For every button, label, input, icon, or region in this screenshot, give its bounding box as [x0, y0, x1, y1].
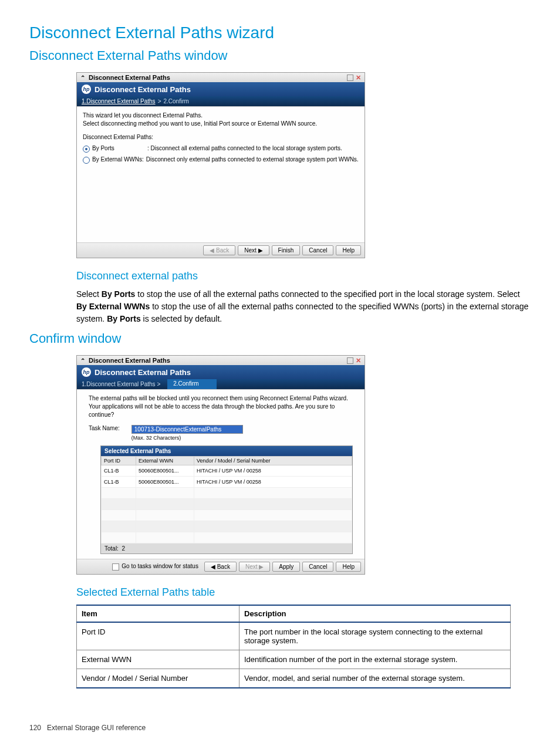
collapse-icon[interactable]: ⌃ [80, 75, 85, 81]
table-row-empty [102, 488, 352, 499]
maximize-icon[interactable] [347, 75, 353, 81]
next-button-2[interactable]: Next ▶ [239, 562, 270, 572]
doc-table-header-desc: Description [239, 605, 511, 622]
breadcrumb-step2[interactable]: 2.Confirm [163, 98, 188, 104]
radio-by-ports-desc: : Disconnect all external paths connecte… [147, 145, 342, 151]
selected-paths-table-wrap: Selected External Paths Port ID External… [100, 445, 353, 554]
wizard-header-text: Disconnect External Paths [95, 85, 191, 94]
col-external-wwn[interactable]: External WWN [136, 457, 194, 465]
wizard-header-2: hp Disconnect External Paths [77, 365, 365, 379]
col-port-id[interactable]: Port ID [102, 457, 136, 465]
close-icon-2[interactable]: ✕ [356, 357, 361, 364]
close-icon[interactable]: ✕ [356, 74, 361, 82]
finish-button[interactable]: Finish [272, 245, 301, 255]
task-name-input[interactable]: 100713-DisconnectExternalPaths [131, 425, 243, 434]
radio-by-wwns[interactable] [83, 157, 90, 164]
breadcrumb2-step1[interactable]: 1.Disconnect External Paths > [77, 379, 165, 389]
disconnect-paths-paragraph: Select By Ports to stop the use of all t… [76, 288, 531, 325]
radio-by-wwns-label: By External WWNs: [92, 156, 144, 163]
selected-paths-table-heading: Selected External Paths table [76, 586, 531, 599]
radio-by-ports-label: By Ports [92, 145, 145, 151]
selected-paths-table: Port ID External WWN Vendor / Model / Se… [101, 456, 352, 544]
doc-table-row: External WWN Identification number of th… [77, 650, 511, 669]
help-button-2[interactable]: Help [336, 562, 361, 572]
wizard-titlebar-2: ⌃ Disconnect External Paths ✕ [77, 356, 365, 365]
status-checkbox-row[interactable]: Go to tasks window for status [112, 563, 198, 570]
radio-by-ports-row[interactable]: By Ports : Disconnect all external paths… [83, 145, 359, 153]
cancel-button[interactable]: Cancel [302, 245, 333, 255]
page-title: Disconnect External Paths wizard [29, 23, 531, 42]
page-footer-text: External Storage GUI reference [47, 724, 146, 732]
hp-logo-icon: hp [82, 85, 91, 94]
doc-table-row: Port ID The port number in the local sto… [77, 622, 511, 650]
apply-button[interactable]: Apply [272, 562, 300, 572]
table-row[interactable]: CL1-B 50060E800501... HITACHI / USP VM /… [102, 477, 352, 488]
task-name-label: Task Name: [89, 425, 120, 431]
screenshot-disconnect-window: ⌃ Disconnect External Paths ✕ hp Disconn… [76, 72, 365, 258]
radio-by-wwns-row[interactable]: By External WWNs: Disconnect only extern… [83, 156, 359, 164]
wizard-titlebar-text-2: Disconnect External Paths [89, 357, 170, 364]
radio-by-wwns-desc: Disconnect only external paths connected… [146, 156, 359, 163]
breadcrumb-step1[interactable]: 1.Disconnect External Paths [82, 98, 156, 104]
status-checkbox-label: Go to tasks window for status [122, 563, 198, 569]
page-number: 120 [29, 724, 41, 732]
collapse-icon-2[interactable]: ⌃ [80, 357, 85, 364]
back-button-2[interactable]: ◀ Back [204, 562, 237, 572]
doc-table-row: Vendor / Model / Serial Number Vendor, m… [77, 669, 511, 688]
wizard-breadcrumb: 1.Disconnect External Paths > 2.Confirm [77, 96, 365, 106]
maximize-icon-2[interactable] [347, 357, 353, 364]
page-footer: 120 External Storage GUI reference [29, 724, 531, 732]
table-total-footer: Total: 2 [101, 544, 352, 553]
breadcrumb2-step2[interactable]: 2.Confirm [167, 379, 216, 389]
screenshot-confirm-window: ⌃ Disconnect External Paths ✕ hp Disconn… [76, 355, 365, 575]
next-button[interactable]: Next ▶ [238, 245, 269, 255]
cancel-button-2[interactable]: Cancel [302, 562, 333, 572]
table-row-empty [102, 499, 352, 510]
selected-paths-table-title: Selected External Paths [101, 446, 352, 456]
radio-by-ports[interactable] [83, 146, 90, 153]
wizard-breadcrumb-2: 1.Disconnect External Paths > 2.Confirm [77, 379, 365, 389]
table-row-empty [102, 532, 352, 544]
selected-paths-doc-table: Item Description Port ID The port number… [76, 605, 511, 688]
help-button[interactable]: Help [336, 245, 361, 255]
breadcrumb-separator: > [158, 98, 161, 104]
wizard-header: hp Disconnect External Paths [77, 82, 365, 96]
wizard-footer: ◀ Back Next ▶ Finish Cancel Help [77, 243, 365, 258]
back-button[interactable]: ◀ Back [203, 245, 235, 255]
section-title-confirm: Confirm window [29, 331, 531, 346]
col-vendor-model-serial[interactable]: Vendor / Model / Serial Number [194, 457, 352, 465]
paths-label: Disconnect External Paths: [83, 134, 359, 140]
wizard-header-text-2: Disconnect External Paths [95, 368, 191, 377]
confirm-description: The external paths will be blocked until… [89, 394, 353, 419]
wizard-titlebar: ⌃ Disconnect External Paths ✕ [77, 73, 365, 82]
table-row[interactable]: CL1-B 50060E800501... HITACHI / USP VM /… [102, 465, 352, 477]
hp-logo-icon-2: hp [82, 367, 91, 377]
table-row-empty [102, 521, 352, 532]
table-row-empty [102, 510, 352, 521]
status-checkbox[interactable] [112, 563, 119, 571]
task-name-hint: (Max. 32 Characters) [131, 435, 243, 441]
doc-table-header-item: Item [77, 605, 239, 622]
wizard-titlebar-text: Disconnect External Paths [89, 74, 170, 81]
wizard-description: This wizard let you disconnect External … [83, 112, 359, 128]
section-title-window: Disconnect External Paths window [29, 48, 531, 63]
wizard-footer-2: Go to tasks window for status ◀ Back Nex… [77, 559, 365, 574]
disconnect-paths-heading: Disconnect external paths [76, 270, 531, 282]
